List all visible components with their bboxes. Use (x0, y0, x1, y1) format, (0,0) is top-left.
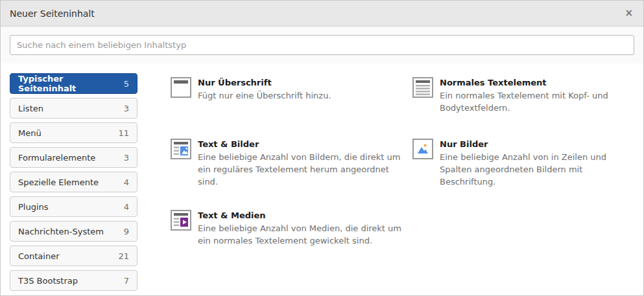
text-element-icon (412, 77, 433, 98)
tab-listen[interactable]: Listen 3 (10, 98, 137, 119)
tab-t3s-bootstrap[interactable]: T3S Bootstrap 7 (10, 270, 137, 291)
element-item-header-only[interactable]: Nur Überschrift Fügt nur eine Überschrif… (171, 77, 412, 139)
tab-spezielle-elemente[interactable]: Spezielle Elemente 4 (10, 172, 137, 192)
close-icon[interactable]: × (625, 8, 633, 18)
content-element-grid: Nur Überschrift Fügt nur eine Überschrif… (137, 63, 643, 296)
dialog-header: Neuer Seiteninhalt × (1, 1, 643, 27)
tab-count-badge: 7 (124, 276, 129, 286)
element-item-images-only[interactable]: Nur Bilder Eine beliebige Anzahl von in … (412, 139, 638, 210)
images-element-icon (412, 139, 433, 159)
text-media-element-icon (171, 210, 191, 231)
tab-formularelemente[interactable]: Formularelemente 3 (10, 147, 137, 168)
tab-count-badge: 21 (118, 251, 129, 261)
dialog-body: Typischer Seiteninhalt 5 Listen 3 Menü 1… (1, 63, 643, 296)
tab-nachrichten-system[interactable]: Nachrichten-System 9 (10, 221, 137, 242)
tab-count-badge: 11 (118, 128, 129, 138)
tab-label: Formularelemente (18, 153, 95, 163)
tab-label: Container (18, 251, 60, 261)
tab-count-badge: 3 (124, 153, 129, 163)
element-description: Eine beliebige Anzahl von in Zeilen und … (440, 151, 638, 188)
element-item-text-images[interactable]: Text & Bilder Eine beliebige Anzahl von … (171, 139, 412, 210)
tab-container[interactable]: Container 21 (10, 245, 137, 266)
tab-menu[interactable]: Menü 11 (10, 122, 137, 143)
dialog-title: Neuer Seiteninhalt (10, 8, 95, 19)
category-tab-list: Typischer Seiteninhalt 5 Listen 3 Menü 1… (1, 63, 137, 296)
element-description: Fügt nur eine Überschrift hinzu. (198, 89, 331, 102)
element-item-text[interactable]: Normales Textelement Ein normales Textel… (412, 77, 638, 139)
element-title: Normales Textelement (440, 78, 638, 87)
element-title: Nur Bilder (440, 139, 638, 149)
element-title: Nur Überschrift (198, 78, 331, 87)
new-content-element-dialog: Neuer Seiteninhalt × Typischer Seiteninh… (0, 0, 644, 296)
tab-label: Listen (18, 104, 43, 113)
element-title: Text & Medien (198, 211, 402, 220)
tab-label: T3S Bootstrap (18, 276, 78, 286)
tab-label: Typischer Seiteninhalt (18, 74, 124, 93)
tab-count-badge: 4 (124, 202, 129, 212)
tab-label: Nachrichten-System (18, 227, 104, 236)
header-element-icon (171, 77, 191, 98)
search-input[interactable] (10, 35, 634, 55)
element-description: Eine beliebige Anzahl von Bildern, die d… (198, 151, 402, 188)
tab-count-badge: 5 (124, 79, 129, 89)
tab-plugins[interactable]: Plugins 4 (10, 196, 137, 217)
tab-label: Plugins (18, 202, 49, 212)
tab-label: Spezielle Elemente (18, 177, 99, 187)
element-title: Text & Bilder (198, 139, 402, 149)
tab-count-badge: 4 (124, 177, 129, 187)
text-images-element-icon (171, 139, 191, 159)
tab-count-badge: 9 (124, 227, 129, 236)
search-section (1, 27, 643, 63)
tab-typischer-seiteninhalt[interactable]: Typischer Seiteninhalt 5 (10, 73, 137, 94)
element-description: Ein normales Textelement mit Kopf- und B… (440, 89, 638, 114)
tab-label: Menü (18, 128, 42, 138)
element-description: Eine beliebige Anzahl von Medien, die di… (198, 222, 402, 247)
tab-count-badge: 3 (124, 104, 129, 113)
element-item-text-media[interactable]: Text & Medien Eine beliebige Anzahl von … (171, 210, 412, 296)
